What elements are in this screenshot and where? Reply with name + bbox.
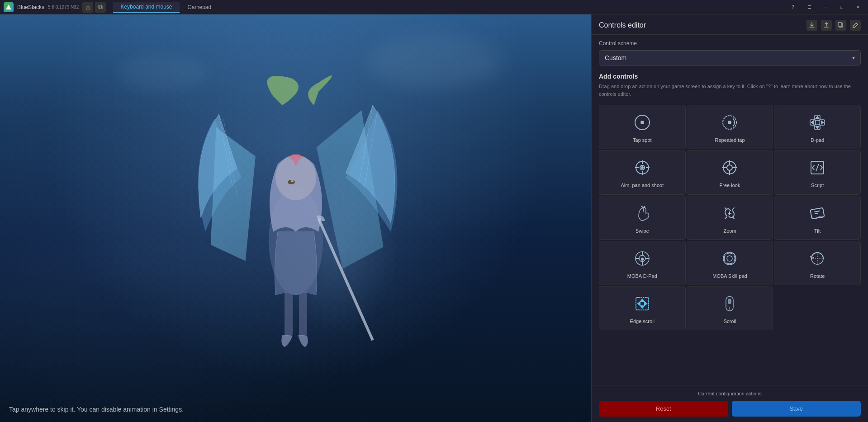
maximize-button[interactable]: □ bbox=[835, 3, 848, 12]
edge-scroll-icon bbox=[632, 294, 652, 314]
layers-button[interactable]: ⧉ bbox=[95, 2, 106, 13]
control-script[interactable]: Script bbox=[774, 150, 861, 194]
control-swipe[interactable]: Swipe bbox=[599, 196, 686, 240]
import-icon[interactable] bbox=[806, 20, 817, 31]
control-rotate[interactable]: Rotate bbox=[774, 241, 861, 285]
controls-panel-header: Controls editor bbox=[592, 14, 868, 35]
dpad-label: D-pad bbox=[811, 137, 824, 143]
app-version: 5.6.0.1079 N32 bbox=[48, 5, 79, 9]
moba-skill-pad-icon bbox=[720, 249, 740, 268]
scheme-value: Custom bbox=[605, 54, 626, 61]
tap-spot-icon bbox=[632, 113, 652, 132]
svg-line-47 bbox=[815, 211, 820, 212]
controls-panel: Controls editor Control scheme bbox=[591, 14, 868, 422]
tap-spot-label: Tap spot bbox=[633, 137, 652, 143]
svg-marker-65 bbox=[645, 302, 647, 305]
script-icon bbox=[807, 158, 827, 178]
rotate-label: Rotate bbox=[810, 273, 825, 279]
script-label: Script bbox=[811, 182, 824, 188]
control-moba-dpad[interactable]: 8 MOBA D-Pad bbox=[599, 241, 686, 285]
tab-keyboard-mouse[interactable]: Keyboard and mouse bbox=[113, 2, 179, 13]
titlebar: BlueStacks 5.6.0.1079 N32 ⌂ ⧉ Keyboard a… bbox=[0, 0, 868, 14]
export-icon[interactable] bbox=[821, 20, 832, 31]
edit-icon[interactable] bbox=[850, 20, 861, 31]
titlebar-nav: ⌂ ⧉ bbox=[82, 2, 106, 13]
svg-marker-25 bbox=[811, 121, 813, 124]
svg-point-6 bbox=[291, 180, 294, 182]
svg-marker-63 bbox=[640, 306, 644, 308]
svg-point-57 bbox=[727, 256, 732, 261]
reset-button[interactable]: Reset bbox=[599, 401, 728, 417]
control-edge-scroll[interactable]: Edge scroll bbox=[599, 286, 686, 330]
free-look-label: Free look bbox=[720, 182, 740, 188]
home-button[interactable]: ⌂ bbox=[82, 2, 93, 13]
svg-marker-64 bbox=[638, 302, 640, 305]
controls-editor-title: Controls editor bbox=[599, 21, 646, 29]
control-zoom[interactable]: Zoom bbox=[687, 196, 773, 240]
repeated-tap-label: Repeated tap bbox=[715, 137, 745, 143]
footer-title: Current configuration actions bbox=[599, 391, 861, 396]
copy-icon[interactable] bbox=[835, 20, 846, 31]
game-character bbox=[183, 60, 409, 376]
game-viewport[interactable]: Tap anywhere to skip it. You can disable… bbox=[0, 14, 591, 422]
help-button[interactable]: ? bbox=[787, 3, 799, 12]
svg-line-4 bbox=[318, 218, 373, 340]
svg-marker-23 bbox=[816, 117, 819, 118]
add-controls-description: Drag and drop an action on your game scr… bbox=[599, 83, 861, 98]
tilt-label: Tilt bbox=[814, 228, 821, 234]
svg-rect-12 bbox=[299, 291, 307, 336]
control-free-look[interactable]: Free look bbox=[687, 150, 773, 194]
scheme-dropdown[interactable]: Custom ▾ bbox=[599, 50, 861, 66]
svg-rect-14 bbox=[838, 23, 842, 26]
control-scroll[interactable]: Scroll bbox=[687, 286, 773, 330]
app-name: BlueStacks bbox=[17, 4, 44, 10]
controls-header-icons bbox=[806, 20, 861, 31]
svg-marker-62 bbox=[640, 299, 644, 301]
controls-grid: Tap spot Repeated tap bbox=[599, 105, 861, 330]
save-button[interactable]: Save bbox=[732, 401, 861, 417]
zoom-label: Zoom bbox=[723, 228, 736, 234]
edge-scroll-label: Edge scroll bbox=[630, 318, 655, 324]
svg-point-16 bbox=[641, 121, 644, 124]
control-repeated-tap[interactable]: Repeated tap bbox=[687, 105, 773, 149]
svg-point-35 bbox=[727, 165, 732, 170]
svg-text:8: 8 bbox=[641, 257, 644, 261]
scroll-label: Scroll bbox=[724, 318, 736, 324]
dpad-icon bbox=[807, 113, 827, 132]
chevron-down-icon: ▾ bbox=[852, 55, 855, 61]
character-svg bbox=[183, 60, 409, 376]
svg-point-5 bbox=[288, 180, 295, 184]
control-aim-pan-shoot[interactable]: Aim, pan and shoot bbox=[599, 150, 686, 194]
svg-line-48 bbox=[815, 213, 818, 213]
svg-rect-11 bbox=[285, 291, 293, 336]
game-bottom-text: Tap anywhere to skip it. You can disable… bbox=[9, 406, 184, 413]
scheme-label: Control scheme bbox=[599, 40, 861, 47]
zoom-icon bbox=[720, 203, 740, 223]
aim-pan-shoot-label: Aim, pan and shoot bbox=[621, 182, 664, 188]
controls-body: Control scheme Custom ▾ Add controls Dra… bbox=[592, 35, 868, 385]
control-tilt[interactable]: Tilt bbox=[774, 196, 861, 240]
svg-point-56 bbox=[723, 252, 736, 265]
close-button[interactable]: ✕ bbox=[852, 3, 864, 12]
svg-point-18 bbox=[728, 121, 731, 124]
aim-pan-shoot-icon bbox=[632, 158, 652, 178]
tab-gamepad[interactable]: Gamepad bbox=[180, 2, 219, 13]
repeated-tap-icon bbox=[720, 113, 740, 132]
rotate-icon bbox=[807, 249, 827, 268]
titlebar-tabs: Keyboard and mouse Gamepad bbox=[113, 2, 218, 13]
svg-marker-24 bbox=[816, 127, 819, 128]
swipe-label: Swipe bbox=[636, 228, 649, 234]
svg-line-41 bbox=[816, 164, 819, 171]
control-dpad[interactable]: D-pad bbox=[774, 105, 861, 149]
scroll-icon bbox=[720, 294, 740, 314]
controls-footer: Current configuration actions Reset Save bbox=[592, 385, 868, 422]
tilt-icon bbox=[807, 203, 827, 223]
minimize-button[interactable]: ─ bbox=[819, 3, 832, 12]
control-tap-spot[interactable]: Tap spot bbox=[599, 105, 686, 149]
menu-button[interactable]: ☰ bbox=[803, 3, 816, 12]
main-area: Tap anywhere to skip it. You can disable… bbox=[0, 14, 868, 422]
swipe-icon bbox=[632, 203, 652, 223]
svg-rect-67 bbox=[728, 299, 731, 304]
moba-dpad-icon: 8 bbox=[632, 249, 652, 268]
control-moba-skill-pad[interactable]: MOBA Skill pad bbox=[687, 241, 773, 285]
